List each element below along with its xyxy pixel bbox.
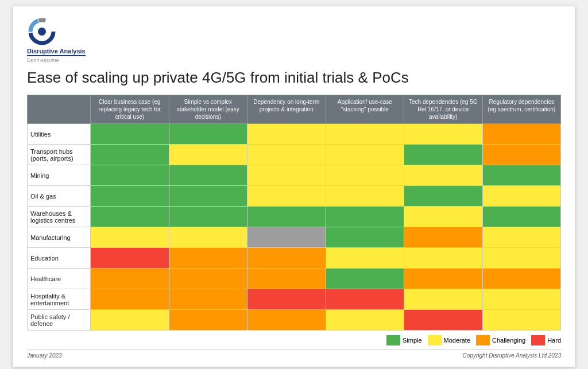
table-header-row: Clear business case (eg replacing legacy…: [28, 95, 561, 124]
header-col-0: [28, 95, 91, 124]
cell-4-0: [91, 207, 169, 227]
cell-3-5: [482, 186, 561, 207]
cell-8-1: [169, 289, 247, 310]
cell-0-2: [247, 124, 326, 145]
cell-8-2: [247, 289, 326, 310]
cell-3-1: [169, 186, 247, 207]
legend-item: Hard: [531, 335, 561, 345]
cell-3-0: [91, 186, 169, 207]
cell-7-4: [404, 269, 483, 289]
cell-2-4: [404, 165, 483, 186]
cell-2-5: [482, 165, 561, 186]
cell-8-0: [91, 289, 169, 310]
table-row: Hospitality & entertainment: [28, 289, 561, 310]
cell-8-5: [482, 289, 561, 310]
cell-7-5: [482, 269, 561, 289]
cell-7-1: [169, 269, 247, 289]
legend-label: Moderate: [444, 337, 470, 344]
cell-9-1: [169, 310, 247, 331]
footer-right: Copyright Disruptive Analysis Ltd 2023: [463, 352, 561, 359]
cell-2-1: [169, 165, 247, 186]
row-label-0: Utilities: [28, 124, 91, 145]
cell-6-0: [91, 248, 169, 269]
cell-5-0: [91, 227, 169, 248]
cell-0-4: [404, 124, 483, 145]
cell-4-5: [482, 207, 561, 227]
cell-9-0: [91, 310, 169, 331]
cell-0-5: [482, 124, 561, 145]
logo-icon: [27, 17, 57, 46]
cell-4-4: [404, 207, 483, 227]
legend-item: Simple: [386, 335, 422, 345]
cell-1-3: [326, 145, 404, 165]
cell-1-4: [404, 145, 483, 165]
legend-color-box: [476, 335, 490, 345]
table-row: Healthcare: [28, 269, 561, 289]
row-label-4: Warehouses & logistics centres: [28, 207, 91, 227]
cell-5-1: [169, 227, 247, 248]
svg-point-3: [38, 28, 46, 36]
cell-6-4: [404, 248, 483, 269]
cell-0-0: [91, 124, 169, 145]
cell-5-2: [247, 227, 326, 248]
header-col-4: Application/ use-case "stacking" possibl…: [326, 95, 404, 124]
legend-color-box: [531, 335, 545, 345]
footer-left: January 2023: [27, 352, 62, 359]
cell-9-2: [247, 310, 326, 331]
cell-6-5: [482, 248, 561, 269]
legend-item: Challenging: [476, 335, 525, 345]
cell-1-5: [482, 145, 561, 165]
cell-4-1: [169, 207, 247, 227]
main-table: Clear business case (eg replacing legacy…: [27, 95, 561, 331]
cell-9-4: [404, 310, 483, 331]
cell-6-1: [169, 248, 247, 269]
page-title: Ease of scaling up private 4G/5G from in…: [27, 69, 561, 87]
row-label-1: Transport hubs (ports, airports): [28, 145, 91, 165]
table-row: Warehouses & logistics centres: [28, 207, 561, 227]
legend-label: Simple: [403, 337, 422, 344]
cell-5-4: [404, 227, 483, 248]
table-row: Transport hubs (ports, airports): [28, 145, 561, 165]
table-row: Public safety / defence: [28, 310, 561, 331]
legend-color-box: [428, 335, 442, 345]
header: Disruptive Analysis Don't Assume: [27, 17, 561, 63]
cell-8-4: [404, 289, 483, 310]
cell-1-1: [169, 145, 247, 165]
table-row: Manufacturing: [28, 227, 561, 248]
cell-8-3: [326, 289, 404, 310]
cell-1-0: [91, 145, 169, 165]
legend-item: Moderate: [428, 335, 470, 345]
header-col-6: Regulatory dependencies (eg spectrum, ce…: [482, 95, 561, 124]
row-label-6: Education: [28, 248, 91, 269]
cell-2-2: [247, 165, 326, 186]
cell-3-3: [326, 186, 404, 207]
cell-7-0: [91, 269, 169, 289]
header-col-2: Simple vs complex stakeholder model (eas…: [169, 95, 247, 124]
legend-color-box: [386, 335, 400, 345]
table-row: Utilities: [28, 124, 561, 145]
cell-5-5: [482, 227, 561, 248]
cell-2-0: [91, 165, 169, 186]
cell-0-1: [169, 124, 247, 145]
cell-3-2: [247, 186, 326, 207]
cell-4-2: [247, 207, 326, 227]
cell-2-3: [326, 165, 404, 186]
row-label-2: Mining: [28, 165, 91, 186]
cell-1-2: [247, 145, 326, 165]
cell-4-3: [326, 207, 404, 227]
main-card: Disruptive Analysis Don't Assume Ease of…: [13, 6, 575, 367]
row-label-5: Manufacturing: [28, 227, 91, 248]
row-label-7: Healthcare: [28, 269, 91, 289]
brand-name: Disruptive Analysis: [27, 48, 86, 56]
row-label-8: Hospitality & entertainment: [28, 289, 91, 310]
table-row: Mining: [28, 165, 561, 186]
row-label-3: Oil & gas: [28, 186, 91, 207]
legend-label: Hard: [547, 337, 561, 344]
header-col-1: Clear business case (eg replacing legacy…: [91, 95, 169, 124]
header-col-5: Tech dependencies (eg 5G Rel 16/17, or d…: [404, 95, 483, 124]
cell-0-3: [326, 124, 404, 145]
cell-6-2: [247, 248, 326, 269]
cell-7-2: [247, 269, 326, 289]
tagline: Don't Assume: [27, 57, 59, 63]
cell-3-4: [404, 186, 483, 207]
